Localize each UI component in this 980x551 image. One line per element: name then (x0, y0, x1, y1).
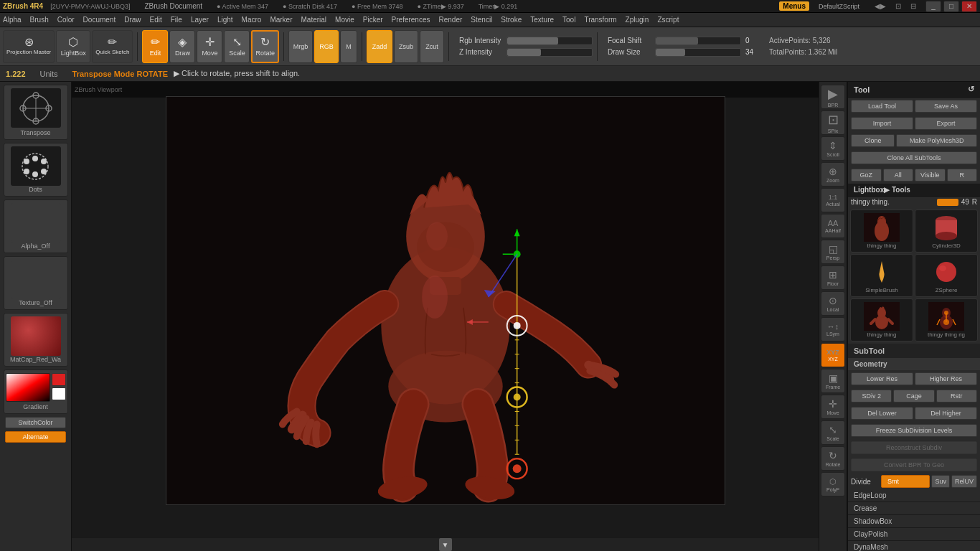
goz-btn[interactable]: GoZ (851, 169, 882, 182)
aahalf-btn[interactable]: AA AAHalf (821, 214, 845, 238)
menu-transform[interactable]: Transform (584, 16, 616, 24)
viewport[interactable]: ZBrush Viewport (72, 82, 819, 551)
load-tool-btn[interactable]: Load Tool (851, 100, 913, 113)
claypolish-item[interactable]: ClayPolish (848, 528, 980, 541)
refresh-icon[interactable]: ↺ (968, 85, 974, 94)
draw-size-slider[interactable] (655, 48, 741, 57)
zcut-btn[interactable]: Zcut (420, 30, 444, 63)
cage-btn[interactable]: Cage (893, 390, 934, 402)
menu-layer[interactable]: Layer (191, 16, 209, 24)
crease-item[interactable]: Crease (848, 502, 980, 515)
menu-texture[interactable]: Texture (530, 16, 554, 24)
color-picker-tool[interactable]: Gradient (4, 369, 68, 414)
tool-thumb-cylinder[interactable]: Cylinder3D (915, 209, 978, 253)
polyf-btn[interactable]: ⬡ PolyF (821, 472, 845, 496)
make-polymesh-btn[interactable]: Make PolyMesh3D (896, 134, 977, 147)
rotate-right-btn[interactable]: ↻ Rotate (821, 446, 845, 471)
lightbox-btn[interactable]: ⬡ LightBox (56, 30, 90, 63)
floor-btn[interactable]: ⊞ Floor (821, 265, 845, 290)
menu-macro[interactable]: Macro (242, 16, 262, 24)
freeze-subdiv-btn[interactable]: Freeze SubDivision Levels (851, 424, 977, 437)
menu-render[interactable]: Render (439, 16, 463, 24)
sdiv-btn[interactable]: SDiv 2 (851, 390, 892, 402)
mrgb-btn[interactable]: Mrgb (288, 30, 313, 63)
r-btn[interactable]: R (947, 169, 978, 182)
menu-light[interactable]: Light (217, 16, 233, 24)
rgb-btn[interactable]: RGB (314, 30, 339, 63)
menu-color[interactable]: Color (57, 16, 75, 24)
alternate-btn[interactable]: Alternate (5, 431, 66, 443)
menu-marker[interactable]: Marker (270, 16, 292, 24)
alpha-tool[interactable]: Alpha_Off (4, 199, 68, 253)
edgeloop-item[interactable]: EdgeLoop (848, 489, 980, 502)
del-higher-btn[interactable]: Del Higher (915, 407, 977, 420)
menu-tool[interactable]: Tool (562, 16, 575, 24)
edit-btn[interactable]: ✏ Edit (142, 30, 168, 63)
primary-color-swatch[interactable] (52, 373, 66, 386)
save-as-btn[interactable]: Save As (915, 100, 977, 113)
rgb-intensity-slider[interactable] (507, 37, 593, 45)
menu-brush[interactable]: Brush (30, 16, 49, 24)
viewport-floor-btn[interactable]: ▼ (439, 538, 452, 551)
matcap-tool[interactable]: MatCap_Red_Wa (4, 313, 68, 367)
zoom-btn[interactable]: ⊕ Zoom (821, 162, 845, 187)
dynamesh-item[interactable]: DynaMesh (848, 541, 980, 551)
menu-zplugin[interactable]: Zplugin (626, 16, 649, 24)
quick-sketch-btn[interactable]: ✏ Quick Sketch (92, 30, 133, 63)
shadowbox-item[interactable]: ShadowBox (848, 515, 980, 528)
close-btn[interactable]: ✕ (961, 1, 977, 12)
menu-draw[interactable]: Draw (124, 16, 141, 24)
menu-picker[interactable]: Picker (363, 16, 383, 24)
menu-stroke[interactable]: Stroke (501, 16, 522, 24)
scale-btn[interactable]: ⤡ Scale (224, 30, 250, 63)
switch-color-btn[interactable]: SwitchColor (5, 417, 66, 428)
menu-alpha[interactable]: Alpha (3, 16, 22, 24)
tool-thumb-zsphere[interactable]: ZSphere (915, 254, 978, 297)
del-lower-btn[interactable]: Del Lower (851, 407, 913, 420)
zsub-btn[interactable]: Zsub (394, 30, 418, 63)
minimize-btn[interactable]: _ (925, 1, 941, 12)
clone-btn[interactable]: Clone (851, 134, 895, 147)
xyz-btn[interactable]: XYZ XYZ (821, 343, 845, 367)
maximize-btn[interactable]: □ (943, 1, 959, 12)
menu-zscript[interactable]: Zscript (657, 16, 679, 24)
menu-stencil[interactable]: Stencil (471, 16, 492, 24)
tool-thumb-thingy2[interactable]: thingy thing (850, 298, 913, 342)
local-btn[interactable]: ⊙ Local (821, 291, 845, 316)
scroll-btn[interactable]: ⇕ Scroll (821, 136, 845, 161)
tool-thumb-thingy-rig[interactable]: thingy thing rig (915, 298, 978, 342)
tool-thumb-simplebrush[interactable]: SimpleBrush (850, 254, 913, 297)
focal-shift-slider[interactable] (655, 37, 741, 45)
frame-btn[interactable]: ▣ Frame (821, 369, 845, 393)
import-btn[interactable]: Import (851, 117, 913, 130)
tool-name-slider[interactable] (937, 199, 958, 206)
persp-btn[interactable]: ◱ Persp (821, 240, 845, 264)
menu-document[interactable]: Document (83, 16, 116, 24)
menu-edit[interactable]: Edit (150, 16, 162, 24)
geometry-section-header[interactable]: Geometry (848, 358, 980, 370)
suv-btn[interactable]: Suv (931, 475, 950, 488)
clone-all-subtools-btn[interactable]: Clone All SubTools (851, 151, 977, 164)
texture-tool[interactable]: Texture_Off (4, 256, 68, 310)
scale-right-btn[interactable]: ⤡ Scale (821, 420, 845, 445)
menu-movie[interactable]: Movie (335, 16, 354, 24)
draw-btn[interactable]: ◈ Draw (169, 30, 195, 63)
projection-master-btn[interactable]: ⊛ Projection Master (3, 30, 55, 63)
transpose-tool[interactable]: Transpose (4, 85, 68, 140)
spix-btn[interactable]: ⊡ SPix (821, 110, 845, 135)
lsym-btn[interactable]: ↔↕ LSym (821, 317, 845, 342)
move-btn[interactable]: ✛ Move (197, 30, 222, 63)
menu-preferences[interactable]: Preferences (392, 16, 430, 24)
bpr-btn[interactable]: ▶ BPR (821, 85, 845, 109)
menu-file[interactable]: File (171, 16, 182, 24)
m-btn[interactable]: M (340, 30, 357, 63)
actual-btn[interactable]: 1:1 Actual (821, 188, 845, 212)
rotate-btn[interactable]: ↻ Rotate (251, 30, 279, 63)
visible-btn[interactable]: Visible (915, 169, 946, 182)
all-btn[interactable]: All (883, 169, 914, 182)
export-btn[interactable]: Export (915, 117, 977, 130)
lightbox-tools-header[interactable]: Lightbox▶ Tools (848, 184, 980, 197)
rstr-btn[interactable]: Rstr (936, 390, 977, 402)
menus-button[interactable]: Menus (779, 1, 809, 11)
reluv-btn[interactable]: RelUV (951, 475, 977, 488)
